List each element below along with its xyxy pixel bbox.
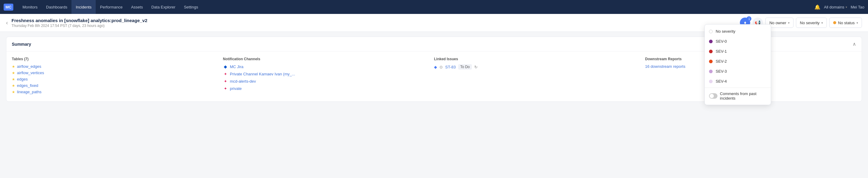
status-label: No status xyxy=(838,21,855,25)
star-icon: ★ xyxy=(12,71,15,75)
slack-icon: ✦ xyxy=(223,79,228,83)
jira-icon: ◆ xyxy=(223,64,228,69)
slack-icon: ✦ xyxy=(223,71,228,76)
table-name: edges xyxy=(17,77,28,81)
chevron-down-icon: ▾ xyxy=(788,21,789,25)
severity-option-label: SEV-0 xyxy=(716,39,727,44)
channel-name: Private Channel Kamaev Ivan (my_... xyxy=(230,72,295,76)
severity-option-sev4[interactable]: SEV-4 xyxy=(705,76,771,86)
sev2-dot xyxy=(709,60,713,63)
nav-right: 🔔 All domains ▾ Mei Tao xyxy=(814,4,865,10)
severity-none-dot xyxy=(709,30,713,33)
channel-name: private xyxy=(230,86,242,91)
list-item[interactable]: ★edges xyxy=(12,77,217,81)
toggle-label: Comments from past incidents xyxy=(720,92,767,101)
issue-key[interactable]: ST-83 xyxy=(445,65,456,69)
sev1-dot xyxy=(709,50,713,53)
severity-option-label: SEV-4 xyxy=(716,79,727,83)
star-icon: ★ xyxy=(12,65,15,69)
sev4-dot xyxy=(709,80,713,83)
severity-option-sev1[interactable]: SEV-1 xyxy=(705,46,771,56)
summary-title: Summary xyxy=(12,42,31,47)
linked-issues-title: Linked Issues xyxy=(434,57,639,61)
list-item[interactable]: ✦ mcd-alerts-dev xyxy=(223,79,428,83)
severity-option-none[interactable]: No severity xyxy=(705,26,771,36)
star-icon: ★ xyxy=(12,83,15,88)
list-item[interactable]: ✦ Private Channel Kamaev Ivan (my_... xyxy=(223,71,428,76)
chevron-down-icon: ▾ xyxy=(857,21,858,25)
table-name: airflow_edges xyxy=(17,64,41,69)
owner-label: No owner xyxy=(769,21,786,25)
issue-diamond-icon: ◆ xyxy=(434,65,437,69)
status-dropdown[interactable]: No status ▾ xyxy=(829,17,862,28)
list-item[interactable]: ★airflow_vertices xyxy=(12,71,217,75)
severity-option-sev3[interactable]: SEV-3 xyxy=(705,66,771,76)
severity-option-sev2[interactable]: SEV-2 xyxy=(705,56,771,66)
domain-selector[interactable]: All domains ▾ xyxy=(824,5,847,9)
slack-icon: ✦ xyxy=(223,86,228,91)
nav-item-dashboards[interactable]: Dashboards xyxy=(42,0,71,14)
severity-option-label: SEV-2 xyxy=(716,59,727,64)
nav-item-assets[interactable]: Assets xyxy=(127,0,147,14)
chevron-down-icon: ▾ xyxy=(822,21,823,25)
nav-item-incidents[interactable]: Incidents xyxy=(71,0,96,14)
severity-option-sev0[interactable]: SEV-0 xyxy=(705,36,771,46)
severity-label: No severity xyxy=(800,21,819,25)
tables-section: Tables (7) ★airflow_edges ★airflow_verti… xyxy=(12,57,223,96)
nav-item-performance[interactable]: Performance xyxy=(96,0,127,14)
incident-info: Freshness anomalies in [snowflake] analy… xyxy=(11,18,736,28)
channel-name: MC Jira xyxy=(230,65,244,69)
channels-section-title: Notification Channels xyxy=(223,57,428,61)
table-name: edges_fixed xyxy=(17,83,38,88)
severity-option-label: SEV-3 xyxy=(716,69,727,74)
nav-item-settings[interactable]: Settings xyxy=(180,0,202,14)
user-menu[interactable]: Mei Tao xyxy=(851,5,864,9)
notification-bell-icon[interactable]: 🔔 xyxy=(814,4,820,10)
past-incidents-toggle[interactable] xyxy=(709,93,717,99)
sev3-dot xyxy=(709,70,713,73)
nav-item-data-explorer[interactable]: Data Explorer xyxy=(147,0,180,14)
list-item[interactable]: ◆ MC Jira xyxy=(223,64,428,69)
status-dot-icon xyxy=(833,21,836,24)
refresh-icon[interactable]: ↻ xyxy=(474,65,477,69)
back-button[interactable]: ‹ xyxy=(6,20,8,26)
navbar: MC Monitors Dashboards Incidents Perform… xyxy=(0,0,868,14)
toggle-knob xyxy=(710,94,714,98)
notification-badge: 1 xyxy=(747,16,751,21)
channels-section: Notification Channels ◆ MC Jira ✦ Privat… xyxy=(223,57,434,96)
linked-issue-row: ◆ ⊙ ST-83 To Do ↻ xyxy=(434,64,639,70)
nav-item-monitors[interactable]: Monitors xyxy=(18,0,42,14)
severity-option-label: SEV-1 xyxy=(716,49,727,54)
issue-status-badge: To Do xyxy=(458,64,472,70)
table-name: airflow_vertices xyxy=(17,71,44,75)
severity-option-label: No severity xyxy=(716,29,735,34)
chevron-down-icon: ▾ xyxy=(845,5,847,9)
table-name: lineage_paths xyxy=(17,90,41,94)
star-icon: ★ xyxy=(12,77,15,81)
issue-jira-icon: ⊙ xyxy=(439,65,443,69)
list-item[interactable]: ✦ private xyxy=(223,86,428,91)
severity-dropdown[interactable]: No severity ▾ xyxy=(796,17,827,28)
past-incidents-toggle-row: Comments from past incidents xyxy=(705,89,771,103)
channel-name: mcd-alerts-dev xyxy=(230,79,256,83)
list-item[interactable]: ★edges_fixed xyxy=(12,83,217,88)
collapse-button[interactable]: ∧ xyxy=(852,41,856,47)
dropdown-divider xyxy=(705,87,771,88)
incident-title: Freshness anomalies in [snowflake] analy… xyxy=(11,18,736,23)
list-item[interactable]: ★airflow_edges xyxy=(12,64,217,69)
severity-dropdown-menu: No severity SEV-0 SEV-1 SEV-2 SEV-3 SEV-… xyxy=(705,24,771,105)
nav-logo: MC xyxy=(4,4,13,10)
linked-issues-section: Linked Issues ◆ ⊙ ST-83 To Do ↻ xyxy=(434,57,645,96)
list-item[interactable]: ★lineage_paths xyxy=(12,90,217,94)
star-icon: ★ xyxy=(12,90,15,94)
tables-section-title: Tables (7) xyxy=(12,57,217,61)
incident-subtitle: Thursday Feb 8th 2024 17:54 PST (7 days,… xyxy=(11,24,736,28)
sev0-dot xyxy=(709,40,713,43)
